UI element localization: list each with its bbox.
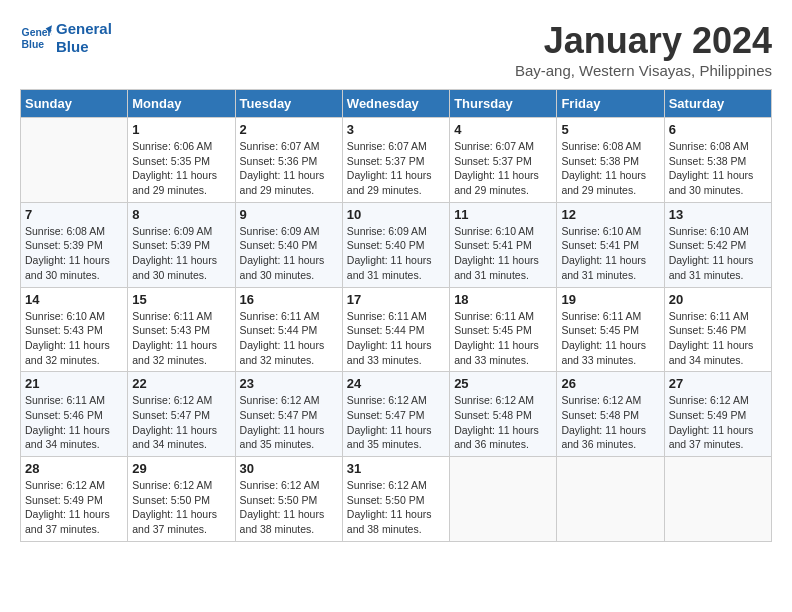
day-info: Sunrise: 6:09 AM Sunset: 5:40 PM Dayligh… bbox=[347, 224, 445, 283]
logo-icon: General Blue bbox=[20, 22, 52, 54]
header-row: SundayMondayTuesdayWednesdayThursdayFrid… bbox=[21, 90, 772, 118]
day-info: Sunrise: 6:08 AM Sunset: 5:39 PM Dayligh… bbox=[25, 224, 123, 283]
day-number: 28 bbox=[25, 461, 123, 476]
day-number: 19 bbox=[561, 292, 659, 307]
day-info: Sunrise: 6:12 AM Sunset: 5:50 PM Dayligh… bbox=[240, 478, 338, 537]
logo: General Blue General Blue bbox=[20, 20, 112, 56]
day-number: 18 bbox=[454, 292, 552, 307]
day-number: 20 bbox=[669, 292, 767, 307]
day-cell: 7Sunrise: 6:08 AM Sunset: 5:39 PM Daylig… bbox=[21, 202, 128, 287]
day-cell: 9Sunrise: 6:09 AM Sunset: 5:40 PM Daylig… bbox=[235, 202, 342, 287]
day-info: Sunrise: 6:11 AM Sunset: 5:43 PM Dayligh… bbox=[132, 309, 230, 368]
day-info: Sunrise: 6:10 AM Sunset: 5:41 PM Dayligh… bbox=[561, 224, 659, 283]
header-cell-saturday: Saturday bbox=[664, 90, 771, 118]
day-number: 27 bbox=[669, 376, 767, 391]
day-number: 7 bbox=[25, 207, 123, 222]
day-number: 17 bbox=[347, 292, 445, 307]
day-cell: 26Sunrise: 6:12 AM Sunset: 5:48 PM Dayli… bbox=[557, 372, 664, 457]
day-info: Sunrise: 6:12 AM Sunset: 5:50 PM Dayligh… bbox=[132, 478, 230, 537]
day-info: Sunrise: 6:06 AM Sunset: 5:35 PM Dayligh… bbox=[132, 139, 230, 198]
header-cell-friday: Friday bbox=[557, 90, 664, 118]
day-number: 3 bbox=[347, 122, 445, 137]
day-info: Sunrise: 6:12 AM Sunset: 5:48 PM Dayligh… bbox=[561, 393, 659, 452]
day-number: 21 bbox=[25, 376, 123, 391]
day-number: 12 bbox=[561, 207, 659, 222]
day-number: 15 bbox=[132, 292, 230, 307]
day-number: 23 bbox=[240, 376, 338, 391]
day-cell: 18Sunrise: 6:11 AM Sunset: 5:45 PM Dayli… bbox=[450, 287, 557, 372]
day-info: Sunrise: 6:11 AM Sunset: 5:44 PM Dayligh… bbox=[240, 309, 338, 368]
day-info: Sunrise: 6:07 AM Sunset: 5:37 PM Dayligh… bbox=[347, 139, 445, 198]
day-cell: 29Sunrise: 6:12 AM Sunset: 5:50 PM Dayli… bbox=[128, 457, 235, 542]
day-cell: 2Sunrise: 6:07 AM Sunset: 5:36 PM Daylig… bbox=[235, 118, 342, 203]
day-info: Sunrise: 6:10 AM Sunset: 5:43 PM Dayligh… bbox=[25, 309, 123, 368]
day-info: Sunrise: 6:12 AM Sunset: 5:49 PM Dayligh… bbox=[25, 478, 123, 537]
day-info: Sunrise: 6:11 AM Sunset: 5:45 PM Dayligh… bbox=[454, 309, 552, 368]
day-number: 22 bbox=[132, 376, 230, 391]
week-row-3: 14Sunrise: 6:10 AM Sunset: 5:43 PM Dayli… bbox=[21, 287, 772, 372]
day-cell: 12Sunrise: 6:10 AM Sunset: 5:41 PM Dayli… bbox=[557, 202, 664, 287]
day-number: 4 bbox=[454, 122, 552, 137]
day-cell: 22Sunrise: 6:12 AM Sunset: 5:47 PM Dayli… bbox=[128, 372, 235, 457]
day-cell: 11Sunrise: 6:10 AM Sunset: 5:41 PM Dayli… bbox=[450, 202, 557, 287]
day-cell: 13Sunrise: 6:10 AM Sunset: 5:42 PM Dayli… bbox=[664, 202, 771, 287]
header-cell-tuesday: Tuesday bbox=[235, 90, 342, 118]
day-info: Sunrise: 6:11 AM Sunset: 5:45 PM Dayligh… bbox=[561, 309, 659, 368]
day-cell: 27Sunrise: 6:12 AM Sunset: 5:49 PM Dayli… bbox=[664, 372, 771, 457]
day-number: 31 bbox=[347, 461, 445, 476]
calendar-table: SundayMondayTuesdayWednesdayThursdayFrid… bbox=[20, 89, 772, 542]
day-cell: 4Sunrise: 6:07 AM Sunset: 5:37 PM Daylig… bbox=[450, 118, 557, 203]
week-row-4: 21Sunrise: 6:11 AM Sunset: 5:46 PM Dayli… bbox=[21, 372, 772, 457]
day-cell bbox=[664, 457, 771, 542]
day-info: Sunrise: 6:11 AM Sunset: 5:46 PM Dayligh… bbox=[669, 309, 767, 368]
day-info: Sunrise: 6:11 AM Sunset: 5:46 PM Dayligh… bbox=[25, 393, 123, 452]
day-cell: 1Sunrise: 6:06 AM Sunset: 5:35 PM Daylig… bbox=[128, 118, 235, 203]
day-info: Sunrise: 6:08 AM Sunset: 5:38 PM Dayligh… bbox=[669, 139, 767, 198]
week-row-2: 7Sunrise: 6:08 AM Sunset: 5:39 PM Daylig… bbox=[21, 202, 772, 287]
day-info: Sunrise: 6:12 AM Sunset: 5:50 PM Dayligh… bbox=[347, 478, 445, 537]
day-cell: 6Sunrise: 6:08 AM Sunset: 5:38 PM Daylig… bbox=[664, 118, 771, 203]
day-number: 5 bbox=[561, 122, 659, 137]
location: Bay-ang, Western Visayas, Philippines bbox=[515, 62, 772, 79]
day-number: 1 bbox=[132, 122, 230, 137]
day-cell: 14Sunrise: 6:10 AM Sunset: 5:43 PM Dayli… bbox=[21, 287, 128, 372]
day-cell: 20Sunrise: 6:11 AM Sunset: 5:46 PM Dayli… bbox=[664, 287, 771, 372]
day-info: Sunrise: 6:10 AM Sunset: 5:42 PM Dayligh… bbox=[669, 224, 767, 283]
day-info: Sunrise: 6:11 AM Sunset: 5:44 PM Dayligh… bbox=[347, 309, 445, 368]
day-cell: 24Sunrise: 6:12 AM Sunset: 5:47 PM Dayli… bbox=[342, 372, 449, 457]
day-number: 13 bbox=[669, 207, 767, 222]
day-info: Sunrise: 6:12 AM Sunset: 5:47 PM Dayligh… bbox=[347, 393, 445, 452]
day-number: 30 bbox=[240, 461, 338, 476]
header-cell-monday: Monday bbox=[128, 90, 235, 118]
day-cell bbox=[21, 118, 128, 203]
day-number: 9 bbox=[240, 207, 338, 222]
day-info: Sunrise: 6:12 AM Sunset: 5:48 PM Dayligh… bbox=[454, 393, 552, 452]
day-number: 8 bbox=[132, 207, 230, 222]
day-cell: 17Sunrise: 6:11 AM Sunset: 5:44 PM Dayli… bbox=[342, 287, 449, 372]
day-cell: 28Sunrise: 6:12 AM Sunset: 5:49 PM Dayli… bbox=[21, 457, 128, 542]
day-number: 25 bbox=[454, 376, 552, 391]
day-info: Sunrise: 6:12 AM Sunset: 5:47 PM Dayligh… bbox=[132, 393, 230, 452]
day-cell: 23Sunrise: 6:12 AM Sunset: 5:47 PM Dayli… bbox=[235, 372, 342, 457]
day-info: Sunrise: 6:07 AM Sunset: 5:37 PM Dayligh… bbox=[454, 139, 552, 198]
day-info: Sunrise: 6:12 AM Sunset: 5:47 PM Dayligh… bbox=[240, 393, 338, 452]
day-number: 26 bbox=[561, 376, 659, 391]
logo-line1: General bbox=[56, 20, 112, 38]
day-number: 24 bbox=[347, 376, 445, 391]
header-cell-wednesday: Wednesday bbox=[342, 90, 449, 118]
week-row-5: 28Sunrise: 6:12 AM Sunset: 5:49 PM Dayli… bbox=[21, 457, 772, 542]
day-info: Sunrise: 6:09 AM Sunset: 5:40 PM Dayligh… bbox=[240, 224, 338, 283]
day-cell: 3Sunrise: 6:07 AM Sunset: 5:37 PM Daylig… bbox=[342, 118, 449, 203]
day-cell bbox=[450, 457, 557, 542]
day-cell: 31Sunrise: 6:12 AM Sunset: 5:50 PM Dayli… bbox=[342, 457, 449, 542]
page-header: General Blue General Blue January 2024 B… bbox=[20, 20, 772, 79]
day-cell: 8Sunrise: 6:09 AM Sunset: 5:39 PM Daylig… bbox=[128, 202, 235, 287]
day-cell: 19Sunrise: 6:11 AM Sunset: 5:45 PM Dayli… bbox=[557, 287, 664, 372]
header-cell-thursday: Thursday bbox=[450, 90, 557, 118]
day-number: 29 bbox=[132, 461, 230, 476]
day-cell: 10Sunrise: 6:09 AM Sunset: 5:40 PM Dayli… bbox=[342, 202, 449, 287]
day-cell: 15Sunrise: 6:11 AM Sunset: 5:43 PM Dayli… bbox=[128, 287, 235, 372]
title-block: January 2024 Bay-ang, Western Visayas, P… bbox=[515, 20, 772, 79]
day-number: 10 bbox=[347, 207, 445, 222]
day-cell: 21Sunrise: 6:11 AM Sunset: 5:46 PM Dayli… bbox=[21, 372, 128, 457]
